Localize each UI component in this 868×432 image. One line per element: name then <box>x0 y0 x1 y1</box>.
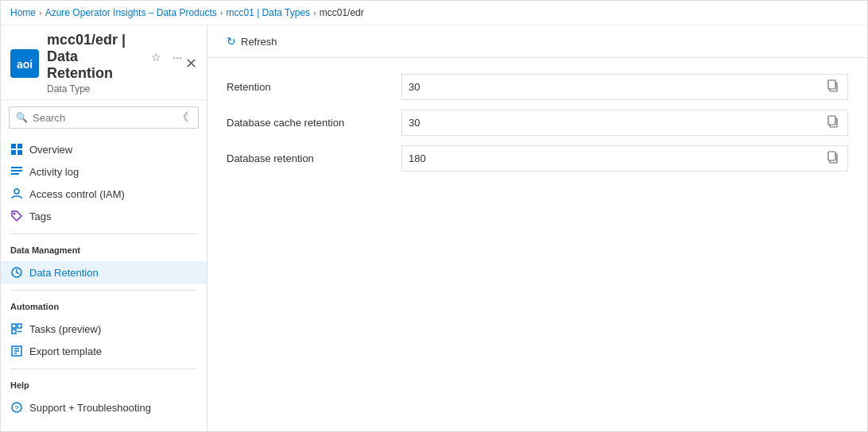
field-database-cache-retention-label: Database cache retention <box>227 117 401 129</box>
resource-icon: aoi <box>10 49 39 78</box>
field-database-retention-value-box: 180 <box>401 145 848 172</box>
svg-rect-12 <box>12 324 16 328</box>
breadcrumb-home[interactable]: Home <box>10 7 36 18</box>
nav-item-activity-log[interactable]: Activity log <box>1 160 207 183</box>
divider-automation <box>10 290 197 291</box>
divider-data-management <box>10 233 197 234</box>
svg-rect-14 <box>12 330 16 334</box>
field-database-retention-copy-button[interactable] <box>825 149 841 168</box>
nav-activity-log-label: Activity log <box>29 166 79 178</box>
svg-text:?: ? <box>14 404 18 412</box>
svg-rect-23 <box>828 80 835 89</box>
automation-section-label: Automation <box>1 294 207 314</box>
help-section-label: Help <box>1 372 207 393</box>
nav-section-automation: Tasks (preview) Export template <box>1 314 207 365</box>
access-control-icon <box>10 187 23 200</box>
svg-point-9 <box>14 189 19 194</box>
nav-section-help: ? Support + Troubleshooting <box>1 393 207 422</box>
copy-icon-2 <box>827 115 839 128</box>
svg-rect-2 <box>11 144 16 148</box>
content-body: Retention 30 Database cache retention 30 <box>207 58 867 431</box>
field-retention-value: 30 <box>409 81 822 93</box>
breadcrumb-current: mcc01/edr <box>320 7 364 18</box>
field-database-retention: Database retention 180 <box>227 145 848 172</box>
refresh-label: Refresh <box>241 36 277 48</box>
search-input[interactable] <box>33 112 169 124</box>
nav-item-overview[interactable]: Overview <box>1 138 207 160</box>
export-template-icon <box>10 345 23 357</box>
nav-item-access-control[interactable]: Access control (IAM) <box>1 183 207 205</box>
field-retention-copy-button[interactable] <box>825 78 841 96</box>
svg-rect-4 <box>11 150 16 155</box>
breadcrumb-data-products[interactable]: Azure Operator Insights – Data Products <box>45 7 217 18</box>
nav-tasks-label: Tasks (preview) <box>29 323 101 335</box>
nav-data-retention-label: Data Retention <box>29 267 99 279</box>
toolbar: ↻ Refresh <box>207 25 867 58</box>
nav-section-data-management: Data Retention <box>1 258 207 287</box>
copy-icon <box>827 79 839 92</box>
overview-icon <box>10 143 23 156</box>
activity-log-icon <box>10 165 23 178</box>
content-area: ↻ Refresh Retention 30 Database cache <box>207 25 867 431</box>
tags-icon <box>10 210 23 222</box>
field-retention: Retention 30 <box>227 74 848 100</box>
nav-section-main: Overview Activity log Access control (IA… <box>1 135 207 230</box>
close-button[interactable]: ✕ <box>185 55 197 72</box>
svg-point-10 <box>14 213 16 215</box>
nav-tags-label: Tags <box>29 210 51 222</box>
nav-support-label: Support + Troubleshooting <box>29 402 151 414</box>
nav-overview-label: Overview <box>29 144 72 156</box>
svg-rect-25 <box>828 116 835 125</box>
svg-rect-3 <box>17 144 22 148</box>
divider-help <box>10 368 197 369</box>
field-database-retention-value: 180 <box>409 152 822 164</box>
breadcrumb-sep-2: › <box>220 8 223 17</box>
refresh-button[interactable]: ↻ Refresh <box>220 32 284 51</box>
favorite-button[interactable]: ☆ <box>148 49 165 65</box>
search-box: 🔍 《 <box>9 106 199 129</box>
support-icon: ? <box>10 401 23 414</box>
field-retention-label: Retention <box>227 81 401 93</box>
field-database-cache-retention: Database cache retention 30 <box>227 110 848 136</box>
tasks-icon <box>10 322 23 335</box>
resource-title-text: mcc01/edr | Data Retention <box>47 32 143 82</box>
sidebar: aoi mcc01/edr | Data Retention ☆ ··· Dat… <box>1 25 207 431</box>
svg-rect-7 <box>11 170 22 172</box>
breadcrumb-sep-1: › <box>39 8 42 17</box>
nav-item-export-template[interactable]: Export template <box>1 340 207 362</box>
svg-rect-27 <box>828 152 835 160</box>
breadcrumb-sep-3: › <box>313 8 316 17</box>
nav-item-tasks[interactable]: Tasks (preview) <box>1 318 207 340</box>
nav-export-template-label: Export template <box>29 345 102 357</box>
nav-item-support[interactable]: ? Support + Troubleshooting <box>1 396 207 418</box>
data-retention-icon <box>10 266 23 279</box>
svg-rect-6 <box>11 167 22 168</box>
svg-rect-8 <box>11 173 19 175</box>
resource-subtitle: Data Type <box>47 83 185 94</box>
svg-rect-5 <box>17 150 22 155</box>
field-database-retention-label: Database retention <box>227 152 401 164</box>
svg-text:aoi: aoi <box>17 58 33 71</box>
field-database-cache-retention-value-box: 30 <box>401 110 848 136</box>
field-database-cache-retention-copy-button[interactable] <box>825 114 841 132</box>
refresh-icon: ↻ <box>227 35 236 48</box>
breadcrumb: Home › Azure Operator Insights – Data Pr… <box>1 1 867 25</box>
nav-item-data-retention[interactable]: Data Retention <box>1 261 207 284</box>
resource-header: aoi mcc01/edr | Data Retention ☆ ··· Dat… <box>1 25 207 100</box>
search-icon: 🔍 <box>16 112 28 123</box>
svg-rect-13 <box>17 324 21 328</box>
copy-icon-3 <box>827 151 839 164</box>
collapse-sidebar-button[interactable]: 《 <box>174 110 192 125</box>
more-options-button[interactable]: ··· <box>169 49 185 65</box>
nav-access-control-label: Access control (IAM) <box>29 188 125 200</box>
field-database-cache-retention-value: 30 <box>409 117 822 129</box>
breadcrumb-data-types[interactable]: mcc01 | Data Types <box>226 7 310 18</box>
nav-item-tags[interactable]: Tags <box>1 205 207 227</box>
data-management-section-label: Data Managment <box>1 237 207 258</box>
field-retention-value-box: 30 <box>401 74 848 100</box>
